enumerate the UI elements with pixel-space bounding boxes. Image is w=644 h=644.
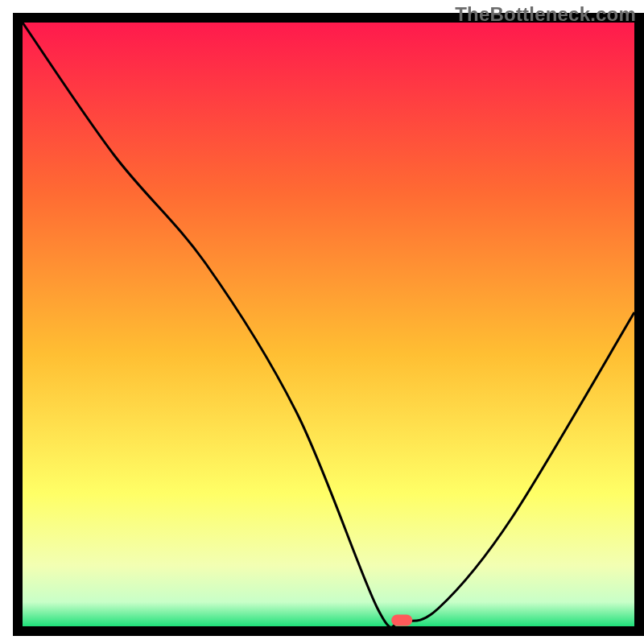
plot-area: [18, 18, 639, 631]
watermark-text: TheBottleneck.com: [455, 3, 636, 26]
optimal-marker: [391, 615, 412, 626]
chart-svg: [0, 0, 644, 644]
heat-gradient: [23, 23, 634, 626]
bottleneck-chart: TheBottleneck.com: [0, 0, 644, 644]
